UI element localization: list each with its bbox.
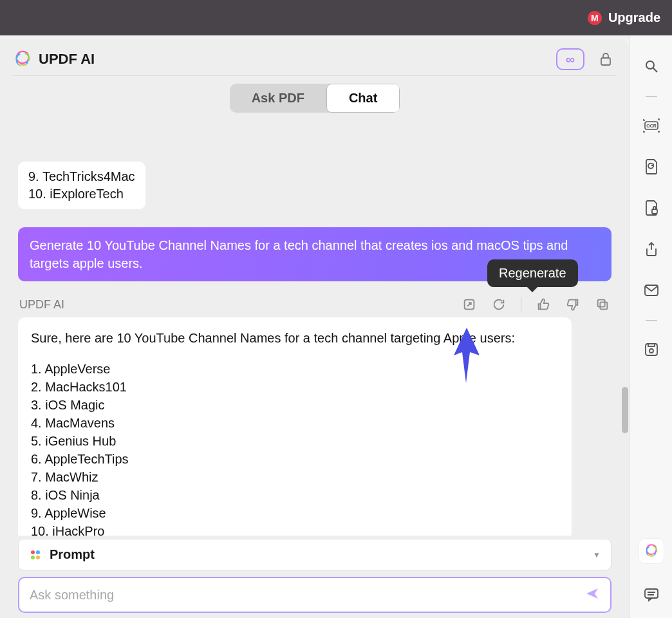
infinity-button[interactable]: ∞ — [556, 48, 584, 70]
list-item: 10. iExploreTech — [28, 185, 135, 203]
ocr-icon[interactable]: OCR — [639, 113, 664, 138]
save-icon[interactable] — [639, 337, 664, 362]
account-badge[interactable]: M — [588, 11, 602, 25]
regenerate-tooltip: Regenerate — [487, 259, 578, 287]
svg-point-6 — [31, 556, 35, 559]
divider — [13, 75, 617, 76]
scrollbar-thumb[interactable] — [622, 387, 628, 433]
divider — [646, 320, 657, 321]
prompt-selector[interactable]: Prompt ▼ — [18, 539, 611, 570]
search-icon[interactable] — [639, 53, 664, 79]
lock-icon[interactable] — [595, 48, 617, 70]
svg-rect-2 — [600, 302, 607, 309]
regenerate-icon[interactable] — [491, 297, 507, 312]
prompt-label: Prompt — [50, 547, 585, 562]
svg-rect-11 — [652, 209, 657, 214]
panel-header: UPDF AI ∞ — [0, 39, 630, 75]
thumbs-down-icon[interactable] — [565, 297, 581, 312]
svg-rect-15 — [648, 344, 655, 346]
list-item: 4. MacMavens — [31, 414, 559, 432]
list-item: 2. MacHacks101 — [31, 378, 559, 396]
send-button[interactable] — [584, 586, 600, 604]
ai-actions: Regenerate — [462, 297, 610, 312]
thumbs-up-icon[interactable] — [536, 297, 551, 312]
ai-header-row: UPDF AI Regenerate — [18, 297, 611, 317]
list-item: 5. iGenius Hub — [31, 432, 559, 450]
upgrade-button[interactable]: Upgrade — [608, 10, 660, 25]
svg-point-8 — [646, 61, 654, 69]
list-item: 10. iHackPro — [31, 522, 559, 536]
divider — [521, 297, 521, 312]
tab-chat[interactable]: Chat — [326, 84, 400, 113]
list-item: 8. iOS Ninja — [31, 486, 559, 504]
svg-rect-0 — [601, 58, 610, 65]
updf-logo-icon — [13, 50, 32, 69]
divider — [646, 96, 657, 97]
tab-ask-pdf[interactable]: Ask PDF — [230, 84, 326, 113]
ai-message-list: 1. AppleVerse 2. MacHacks101 3. iOS Magi… — [31, 360, 559, 536]
list-item: 9. TechTricks4Mac — [28, 168, 135, 185]
page-lock-icon[interactable] — [639, 195, 664, 221]
message-input-bar — [18, 577, 611, 613]
updf-logo-icon[interactable] — [639, 538, 664, 564]
share-icon[interactable] — [639, 236, 664, 262]
svg-point-5 — [36, 550, 40, 554]
comment-icon[interactable] — [639, 582, 664, 608]
list-item: 1. AppleVerse — [31, 360, 559, 378]
svg-point-14 — [649, 349, 653, 353]
list-item: 3. iOS Magic — [31, 396, 559, 414]
svg-rect-3 — [598, 300, 605, 307]
list-item: 6. AppleTechTips — [31, 450, 559, 468]
message-input[interactable] — [30, 588, 577, 603]
list-item: 9. AppleWise — [31, 504, 559, 522]
list-item: 7. MacWhiz — [31, 468, 559, 486]
svg-point-7 — [36, 556, 40, 559]
ai-sender-label: UPDF AI — [19, 298, 64, 312]
mode-tabs: Ask PDF Chat — [230, 84, 400, 113]
ai-message: Sure, here are 10 YouTube Channel Names … — [18, 317, 572, 536]
open-external-icon[interactable] — [462, 297, 477, 312]
svg-point-4 — [31, 550, 35, 554]
svg-rect-13 — [646, 344, 657, 355]
chat-scroll[interactable]: 9. TechTricks4Mac 10. iExploreTech Gener… — [0, 162, 630, 536]
mail-icon[interactable] — [639, 277, 664, 303]
svg-rect-16 — [645, 589, 658, 598]
copy-icon[interactable] — [595, 297, 610, 312]
main-panel: UPDF AI ∞ Ask PDF Chat 9. TechTr — [0, 35, 630, 618]
titlebar: M Upgrade — [0, 0, 672, 35]
ai-message-previous: 9. TechTricks4Mac 10. iExploreTech — [18, 162, 145, 209]
composer: Prompt ▼ — [0, 539, 630, 613]
ai-message-intro: Sure, here are 10 YouTube Channel Names … — [31, 329, 559, 347]
svg-text:OCR: OCR — [646, 124, 657, 128]
panel-title: UPDF AI — [39, 51, 550, 68]
page-refresh-icon[interactable] — [639, 154, 664, 180]
prompt-dots-icon — [29, 548, 42, 561]
right-rail: OCR — [630, 35, 672, 618]
chevron-down-icon: ▼ — [593, 550, 601, 559]
